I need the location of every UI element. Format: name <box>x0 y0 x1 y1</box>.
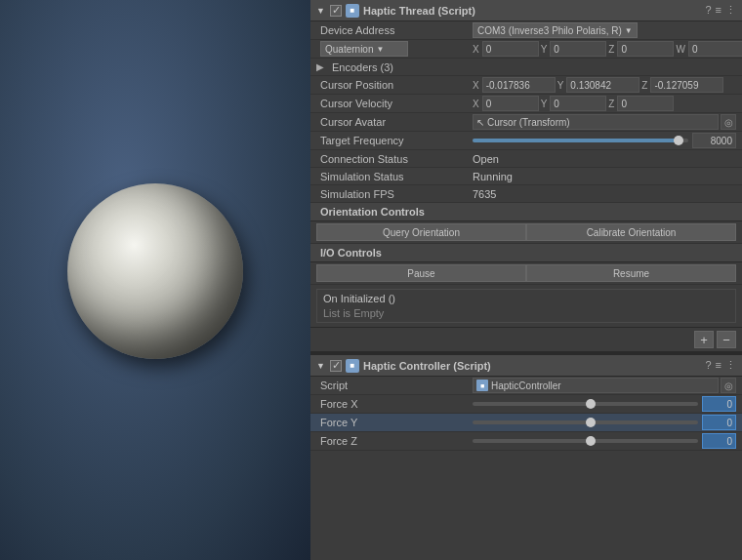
force-y-track[interactable] <box>473 420 698 424</box>
component-checkbox[interactable]: ✓ <box>330 5 342 17</box>
cursor-position-z-field[interactable] <box>650 77 723 93</box>
quaternion-z-field[interactable] <box>617 41 674 57</box>
cursor-velocity-xyz-group: X Y Z <box>473 96 674 111</box>
dropdown-arrow-icon: ▼ <box>625 26 633 35</box>
on-initialized-event: On Initialized () List is Empty <box>316 289 736 323</box>
target-frequency-slider <box>473 133 736 148</box>
cursor-position-xyz-group: X Y Z <box>473 77 723 93</box>
device-address-value-area: COM3 (Inverse3 Philo Polaris, R) ▼ <box>473 22 736 38</box>
help-icon[interactable]: ? <box>705 4 711 17</box>
script-object-field[interactable]: ■ HapticController <box>473 378 719 393</box>
cursor-avatar-row: Cursor Avatar ↖ Cursor (Transform) ◎ <box>310 113 742 132</box>
query-orientation-button[interactable]: Query Orientation <box>316 223 526 241</box>
force-x-track[interactable] <box>473 402 698 406</box>
w-label: W <box>676 44 684 55</box>
cursor-position-x-field[interactable] <box>482 77 556 93</box>
script-name-text: HapticController <box>491 380 561 391</box>
frequency-slider-track[interactable] <box>473 139 688 142</box>
cursor-position-label: Cursor Position <box>316 79 473 91</box>
cp-y-label: Y <box>557 80 564 91</box>
remove-event-button[interactable]: − <box>717 331 736 348</box>
inspector-panel: ▼ ✓ ■ Haptic Thread (Script) ? ≡ ⋮ Devic… <box>310 0 742 560</box>
connection-status-value-area: Open <box>473 153 736 165</box>
resume-button[interactable]: Resume <box>526 264 736 282</box>
script-target-button[interactable]: ◎ <box>721 378 736 393</box>
simulation-fps-value-area: 7635 <box>473 188 736 200</box>
force-z-label: Force Z <box>316 435 473 447</box>
cursor-avatar-value-area: ↖ Cursor (Transform) ◎ <box>473 114 736 130</box>
force-y-field[interactable] <box>702 415 736 430</box>
quaternion-y-field[interactable] <box>550 41 606 57</box>
force-z-slider <box>473 433 736 449</box>
force-z-track[interactable] <box>473 439 698 443</box>
settings-icon[interactable]: ≡ <box>716 4 721 17</box>
quaternion-text: Quaternion <box>325 44 373 55</box>
target-frequency-row: Target Frequency <box>310 132 742 150</box>
haptic-thread-header[interactable]: ▼ ✓ ■ Haptic Thread (Script) ? ≡ ⋮ <box>310 0 742 21</box>
force-x-field[interactable] <box>702 396 736 412</box>
3d-sphere <box>67 183 243 359</box>
controller-script-icon: ■ <box>346 359 359 373</box>
quaternion-w-field[interactable] <box>688 41 742 57</box>
quaternion-dropdown[interactable]: Quaternion ▼ <box>320 41 408 57</box>
cursor-position-row: Cursor Position X Y Z <box>310 76 742 95</box>
cp-z-label: Z <box>641 80 647 91</box>
force-y-thumb[interactable] <box>586 418 596 427</box>
controller-checkbox[interactable]: ✓ <box>330 360 342 372</box>
cursor-avatar-field[interactable]: ↖ Cursor (Transform) <box>473 114 719 130</box>
controller-title: Haptic Controller (Script) <box>363 360 701 372</box>
force-z-thumb[interactable] <box>586 436 596 446</box>
cursor-target-button[interactable]: ◎ <box>721 114 736 130</box>
cursor-velocity-values: X Y Z <box>473 96 736 111</box>
z-label: Z <box>608 44 614 55</box>
controller-expand-icon: ▼ <box>316 361 326 371</box>
device-address-row: Device Address COM3 (Inverse3 Philo Pola… <box>310 21 742 40</box>
expand-arrow-icon: ▼ <box>316 6 326 16</box>
force-x-row: Force X <box>310 395 742 414</box>
on-initialized-title: On Initialized () <box>323 293 729 304</box>
force-x-label: Force X <box>316 398 473 410</box>
force-z-field[interactable] <box>702 433 736 449</box>
pause-button[interactable]: Pause <box>316 264 526 282</box>
encoders-label: Encoders (3) <box>328 61 393 73</box>
controller-more-icon[interactable]: ⋮ <box>725 359 736 372</box>
io-btn-group: Pause Resume <box>316 264 736 282</box>
connection-status-value: Open <box>473 153 499 165</box>
controller-help-icon[interactable]: ? <box>705 359 711 372</box>
haptic-controller-header[interactable]: ▼ ✓ ■ Haptic Controller (Script) ? ≡ ⋮ <box>310 355 742 377</box>
add-event-button[interactable]: + <box>694 331 714 348</box>
cursor-velocity-x-field[interactable] <box>482 96 539 111</box>
cursor-avatar-label: Cursor Avatar <box>316 116 473 128</box>
script-value-area: ■ HapticController ◎ <box>473 378 736 393</box>
simulation-status-value: Running <box>473 171 513 182</box>
force-x-thumb[interactable] <box>586 399 596 409</box>
script-icon: ■ <box>346 4 359 18</box>
io-controls-header: I/O Controls <box>310 244 742 262</box>
cursor-position-y-field[interactable] <box>566 77 639 93</box>
simulation-fps-row: Simulation FPS 7635 <box>310 185 742 203</box>
more-icon[interactable]: ⋮ <box>725 4 736 17</box>
frequency-slider-fill <box>473 139 678 142</box>
cursor-velocity-label: Cursor Velocity <box>316 98 473 109</box>
quaternion-values: X Y Z W <box>473 41 742 57</box>
connection-status-row: Connection Status Open <box>310 150 742 168</box>
quaternion-x-field[interactable] <box>482 41 539 57</box>
force-y-slider <box>473 415 736 430</box>
connection-status-label: Connection Status <box>316 153 473 165</box>
component-title: Haptic Thread (Script) <box>363 5 701 17</box>
cursor-velocity-z-field[interactable] <box>617 96 674 111</box>
controller-settings-icon[interactable]: ≡ <box>716 359 721 372</box>
target-frequency-field[interactable] <box>692 133 736 148</box>
orientation-btn-group: Query Orientation Calibrate Orientation <box>316 223 736 241</box>
calibrate-orientation-button[interactable]: Calibrate Orientation <box>526 223 736 241</box>
simulation-fps-label: Simulation FPS <box>316 188 473 200</box>
cursor-velocity-y-field[interactable] <box>550 96 606 111</box>
device-address-dropdown[interactable]: COM3 (Inverse3 Philo Polaris, R) ▼ <box>473 22 638 38</box>
cursor-velocity-row: Cursor Velocity X Y Z <box>310 95 742 113</box>
force-z-row: Force Z <box>310 432 742 451</box>
script-row: Script ■ HapticController ◎ <box>310 377 742 395</box>
x-label: X <box>473 44 479 55</box>
encoders-row: ▶ Encoders (3) <box>310 59 742 76</box>
viewport <box>0 0 310 560</box>
frequency-slider-thumb[interactable] <box>674 136 683 145</box>
